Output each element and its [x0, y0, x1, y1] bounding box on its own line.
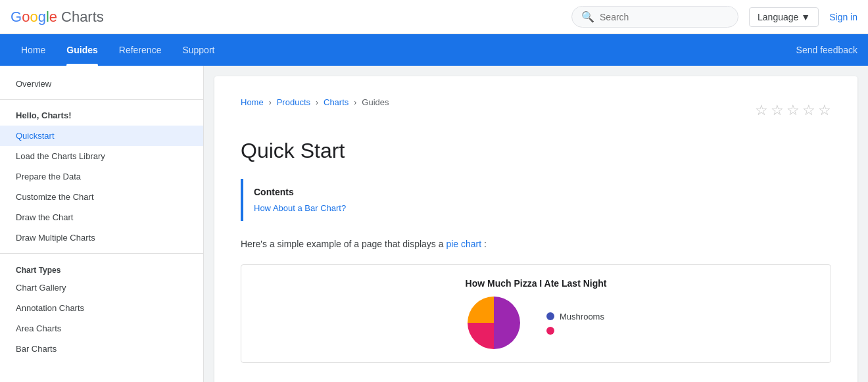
content-area: Home › Products › Charts › Guides ☆ ☆ ☆ … [204, 66, 868, 382]
breadcrumb-charts[interactable]: Charts [324, 97, 349, 107]
body-text: Here's a simple example of a page that d… [241, 237, 831, 251]
nav-item-support[interactable]: Support [172, 34, 225, 66]
pie-chart [468, 297, 520, 349]
chart-inner: Mushrooms [254, 297, 817, 349]
star-5[interactable]: ☆ [818, 102, 831, 119]
legend-dot-2 [546, 327, 554, 335]
signin-button[interactable]: Sign in [829, 12, 857, 22]
breadcrumb-products[interactable]: Products [277, 97, 310, 107]
contents-link[interactable]: How About a Bar Chart? [254, 203, 346, 213]
star-1[interactable]: ☆ [755, 102, 768, 119]
topbar: Google Charts 🔍 Language ▼ Sign in [0, 0, 868, 34]
star-4[interactable]: ☆ [802, 102, 815, 119]
page-title: Quick Start [241, 139, 831, 163]
sidebar-divider-1 [0, 99, 203, 100]
breadcrumb: Home › Products › Charts › Guides [241, 97, 389, 107]
search-icon: 🔍 [581, 11, 594, 23]
main-layout: Overview Hello, Charts! Quickstart Load … [0, 66, 868, 382]
chart-preview: How Much Pizza I Ate Last Night Mushroom… [241, 264, 831, 363]
sidebar-chart-types-title: Chart Types [0, 259, 203, 277]
pie-chart-link[interactable]: pie chart [446, 239, 481, 249]
logo-google[interactable]: Google [11, 9, 57, 26]
sidebar: Overview Hello, Charts! Quickstart Load … [0, 66, 204, 382]
legend-label-mushrooms: Mushrooms [560, 312, 604, 322]
language-label: Language [758, 12, 798, 22]
content-card: Home › Products › Charts › Guides ☆ ☆ ☆ … [214, 76, 857, 382]
logo-area: Google Charts [11, 9, 104, 26]
star-3[interactable]: ☆ [786, 102, 800, 119]
legend-dot-mushrooms [546, 312, 554, 320]
body-text-after: : [484, 239, 487, 249]
chevron-down-icon: ▼ [801, 12, 810, 22]
breadcrumb-home[interactable]: Home [241, 97, 264, 107]
sidebar-item-draw-chart[interactable]: Draw the Chart [0, 207, 203, 227]
language-button[interactable]: Language ▼ [749, 7, 819, 27]
sidebar-hello-charts: Hello, Charts! [0, 105, 203, 126]
search-container[interactable]: 🔍 [571, 6, 738, 28]
breadcrumb-sep-3: › [354, 98, 356, 107]
sidebar-divider-2 [0, 253, 203, 254]
nav-item-home[interactable]: Home [11, 34, 56, 66]
sidebar-item-load-charts-library[interactable]: Load the Charts Library [0, 146, 203, 166]
breadcrumb-sep-1: › [269, 98, 272, 107]
chart-title: How Much Pizza I Ate Last Night [254, 278, 817, 289]
logo-charts[interactable]: Charts [61, 9, 104, 26]
send-feedback-button[interactable]: Send feedback [796, 45, 857, 55]
sidebar-item-annotation-charts[interactable]: Annotation Charts [0, 298, 203, 318]
star-rating[interactable]: ☆ ☆ ☆ ☆ ☆ [755, 102, 831, 119]
sidebar-item-prepare-data[interactable]: Prepare the Data [0, 166, 203, 187]
sidebar-item-bar-charts[interactable]: Bar Charts [0, 339, 203, 359]
body-text-before: Here's a simple example of a page that d… [241, 239, 444, 249]
legend-item-mushrooms: Mushrooms [546, 312, 604, 322]
navbar: Home Guides Reference Support Send feedb… [0, 34, 868, 66]
breadcrumb-sep-2: › [316, 98, 318, 107]
sidebar-item-draw-multiple-charts[interactable]: Draw Multiple Charts [0, 227, 203, 248]
contents-box: Contents How About a Bar Chart? [241, 179, 831, 221]
search-input[interactable] [600, 12, 729, 22]
sidebar-item-overview[interactable]: Overview [0, 74, 203, 94]
sidebar-item-area-charts[interactable]: Area Charts [0, 318, 203, 339]
nav-item-reference[interactable]: Reference [108, 34, 172, 66]
chart-legend: Mushrooms [546, 312, 604, 335]
legend-item-2 [546, 327, 604, 335]
breadcrumb-guides: Guides [362, 97, 389, 107]
sidebar-item-quickstart[interactable]: Quickstart [0, 126, 203, 146]
star-2[interactable]: ☆ [771, 102, 784, 119]
sidebar-item-customize-chart[interactable]: Customize the Chart [0, 187, 203, 207]
nav-item-guides[interactable]: Guides [56, 34, 108, 66]
contents-title: Contents [254, 187, 821, 197]
sidebar-item-chart-gallery[interactable]: Chart Gallery [0, 277, 203, 298]
